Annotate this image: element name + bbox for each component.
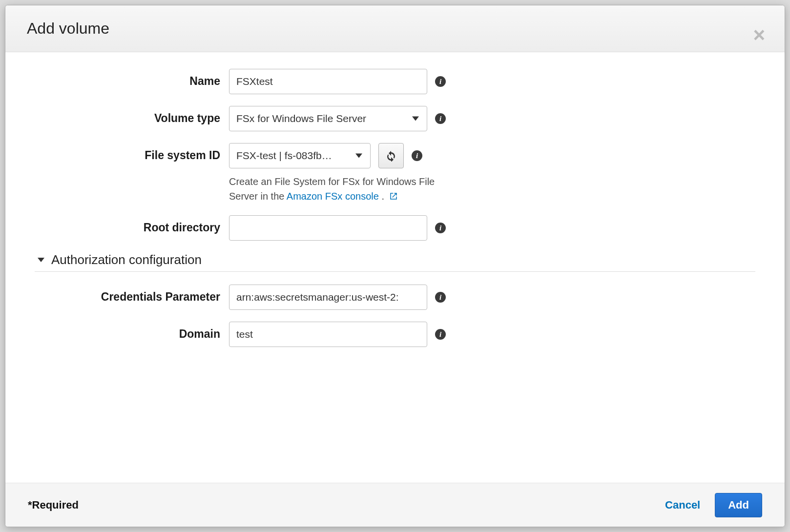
file-system-id-selected: FSX-test | fs-083fb… — [236, 150, 332, 162]
label-domain: Domain — [35, 322, 220, 341]
root-directory-input[interactable] — [229, 215, 427, 241]
info-icon[interactable]: i — [435, 76, 446, 87]
external-link-icon — [389, 191, 398, 202]
modal-title: Add volume — [27, 20, 109, 38]
chevron-down-icon — [355, 154, 362, 158]
info-icon[interactable]: i — [435, 292, 446, 303]
chevron-down-icon — [412, 117, 419, 121]
modal-body: Name i Volume type FSx for Windows File … — [5, 52, 785, 483]
row-root-directory: Root directory i — [35, 215, 755, 241]
chevron-down-icon — [38, 258, 44, 262]
domain-input[interactable] — [229, 322, 427, 347]
label-root-directory: Root directory — [35, 215, 220, 234]
info-icon[interactable]: i — [435, 329, 446, 340]
volume-type-selected: FSx for Windows File Server — [236, 113, 366, 124]
close-icon[interactable]: × — [753, 25, 765, 45]
modal-header: Add volume × — [5, 5, 785, 52]
name-input[interactable] — [229, 69, 427, 94]
row-name: Name i — [35, 69, 755, 94]
row-domain: Domain i — [35, 322, 755, 347]
cancel-button[interactable]: Cancel — [665, 499, 700, 512]
row-credentials-parameter: Credentials Parameter i — [35, 285, 755, 310]
section-authorization-toggle[interactable]: Authorization configuration — [35, 252, 755, 272]
label-volume-type: Volume type — [35, 106, 220, 125]
helper-suffix: . — [379, 191, 384, 202]
row-file-system-id: File system ID FSX-test | fs-083fb… i — [35, 143, 755, 204]
file-system-id-select[interactable]: FSX-test | fs-083fb… — [229, 143, 371, 168]
row-volume-type: Volume type FSx for Windows File Server … — [35, 106, 755, 131]
label-file-system-id: File system ID — [35, 143, 220, 162]
info-icon[interactable]: i — [435, 113, 446, 124]
info-icon[interactable]: i — [435, 223, 446, 233]
label-name: Name — [35, 69, 220, 88]
section-authorization-title: Authorization configuration — [51, 252, 202, 267]
credentials-parameter-input[interactable] — [229, 285, 427, 310]
fsx-console-link[interactable]: Amazon FSx console — [287, 191, 379, 202]
label-credentials-parameter: Credentials Parameter — [35, 285, 220, 304]
add-volume-modal: Add volume × Name i Volume type — [5, 5, 785, 527]
required-note: *Required — [28, 499, 79, 512]
volume-type-select[interactable]: FSx for Windows File Server — [229, 106, 427, 131]
info-icon[interactable]: i — [412, 150, 422, 161]
file-system-helper: Create an File System for FSx for Window… — [229, 174, 444, 204]
add-button[interactable]: Add — [715, 493, 762, 517]
refresh-icon — [385, 150, 397, 162]
refresh-button[interactable] — [378, 143, 404, 168]
modal-footer: *Required Cancel Add — [5, 483, 785, 527]
